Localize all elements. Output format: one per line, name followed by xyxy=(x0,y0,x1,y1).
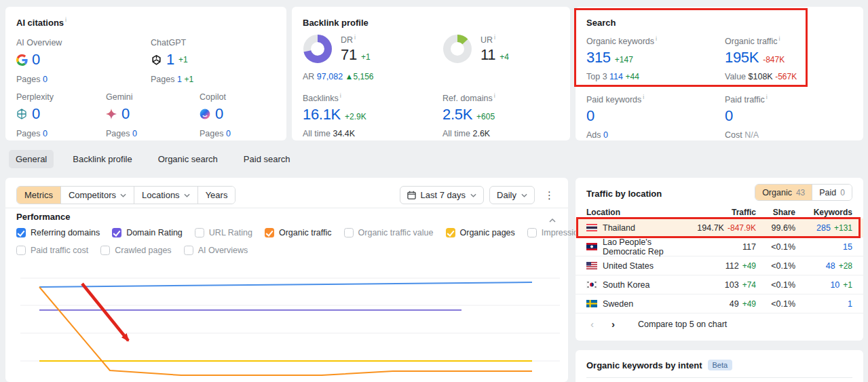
ref-domains-stat: Ref. domainsi 2.5K +605 All time 2.6K xyxy=(442,92,495,138)
toggle-paid[interactable]: Paid0 xyxy=(812,185,852,200)
compare-top5-link[interactable]: Compare top 5 on chart xyxy=(638,320,727,329)
share-value: <0.1% xyxy=(771,242,795,252)
ai-overview-value[interactable]: 0 xyxy=(32,51,40,69)
granularity-button[interactable]: Daily xyxy=(489,186,535,204)
collapse-chevron-icon[interactable] xyxy=(549,213,556,225)
prev-page-button[interactable]: ‹ xyxy=(586,317,598,331)
checked-checkbox-icon[interactable] xyxy=(112,228,121,237)
share-value: <0.1% xyxy=(771,280,795,290)
pages-link[interactable]: 1 xyxy=(177,75,182,84)
ar-value[interactable]: 97,082 xyxy=(317,72,343,81)
copilot-value[interactable]: 0 xyxy=(215,105,223,123)
location-row-united-states[interactable]: United States112+49<0.1%48+28 xyxy=(575,256,863,275)
dr-text: DRi 71 +1 xyxy=(341,34,371,64)
kebab-menu-icon[interactable]: ⋮ xyxy=(540,187,559,203)
checkbox-url-rating[interactable]: URL Rating xyxy=(195,228,252,237)
perplexity-value[interactable]: 0 xyxy=(32,105,40,123)
checkbox-organic-traffic[interactable]: Organic traffic xyxy=(265,228,332,237)
share-value: <0.1% xyxy=(771,299,795,309)
ref-domains-value[interactable]: 2.5K xyxy=(442,106,472,123)
paid-keywords-value[interactable]: 0 xyxy=(586,107,595,124)
checkbox-crawled-pages[interactable]: Crawled pages xyxy=(100,246,171,255)
ai-citations-card: AI citationsi AI Overview 0 Pages 0 Chat… xyxy=(5,7,286,140)
location-name: Sweden xyxy=(603,299,633,309)
ai-citations-title: AI citationsi xyxy=(16,16,67,28)
toggle-organic[interactable]: Organic43 xyxy=(755,185,812,200)
unchecked-checkbox-icon[interactable] xyxy=(344,228,354,237)
top3-link[interactable]: 114 xyxy=(609,72,623,81)
traffic-delta: +49 xyxy=(742,299,756,309)
intent-title: Organic keywords by intent xyxy=(586,360,702,370)
copilot-icon xyxy=(200,109,211,120)
search-card: Search Organic keywordsi 315 +147 Top 3 … xyxy=(575,7,863,140)
traffic-delta: -847.9K xyxy=(728,223,756,233)
unchecked-checkbox-icon[interactable] xyxy=(184,246,193,255)
keywords-link[interactable]: 48 xyxy=(826,261,835,271)
pages-link[interactable]: 0 xyxy=(43,75,48,84)
checked-checkbox-icon[interactable] xyxy=(265,228,274,237)
ads-link[interactable]: 0 xyxy=(603,130,608,140)
unchecked-checkbox-icon[interactable] xyxy=(527,228,537,237)
years-filter-button[interactable]: Years xyxy=(197,187,235,204)
filter-segmented-control: Metrics Competitors Locations Years xyxy=(16,186,235,204)
share-value: <0.1% xyxy=(771,261,795,271)
location-row-thailand[interactable]: Thailand194.7K-847.9K99.6%285+131 xyxy=(575,218,863,237)
date-range-button[interactable]: Last 7 days xyxy=(400,186,485,204)
next-page-button[interactable]: › xyxy=(607,317,619,331)
pages-link[interactable]: 0 xyxy=(132,129,137,138)
competitors-filter-button[interactable]: Competitors xyxy=(60,187,134,204)
gemini-value[interactable]: 0 xyxy=(121,105,130,123)
gemini-stat: Gemini 0 Pages 0 xyxy=(106,92,187,138)
checkbox-paid-traffic-cost[interactable]: Paid traffic cost xyxy=(16,246,88,255)
paid-traffic-stat: Paid traffici 0 Cost N/A xyxy=(725,94,768,140)
flag-icon-la xyxy=(586,243,597,250)
unchecked-checkbox-icon[interactable] xyxy=(16,246,26,255)
organic-paid-toggle: Organic43Paid0 xyxy=(755,184,852,201)
copilot-stat: Copilot 0 Pages 0 xyxy=(200,92,281,138)
perplexity-icon xyxy=(16,109,28,120)
checkbox-domain-rating[interactable]: Domain Rating xyxy=(112,228,183,237)
checkbox-organic-pages[interactable]: Organic pages xyxy=(446,228,515,237)
checked-checkbox-icon[interactable] xyxy=(446,228,455,237)
dr-donut-chart xyxy=(303,34,333,64)
info-icon: i xyxy=(65,16,67,23)
checkbox-referring-domains[interactable]: Referring domains xyxy=(16,228,100,237)
location-row-south-korea[interactable]: South Korea103+74<0.1%10+1 xyxy=(575,275,863,294)
tab-paid-search[interactable]: Paid search xyxy=(237,150,297,168)
locations-filter-button[interactable]: Locations xyxy=(134,187,197,204)
metrics-filter-button[interactable]: Metrics xyxy=(17,187,60,204)
info-icon: i xyxy=(766,94,768,100)
chevron-down-icon xyxy=(470,193,476,197)
organic-traffic-value[interactable]: 195K xyxy=(725,49,759,66)
keywords-delta: +28 xyxy=(839,261,852,271)
location-row-lao-people-s-democratic-rep[interactable]: Lao People's Democratic Rep117<0.1%15 xyxy=(575,237,863,256)
unchecked-checkbox-icon[interactable] xyxy=(100,246,110,255)
keywords-link[interactable]: 285 xyxy=(816,223,831,233)
chatgpt-value[interactable]: 1 xyxy=(166,51,174,69)
unchecked-checkbox-icon[interactable] xyxy=(195,228,204,237)
backlinks-value[interactable]: 16.1K xyxy=(303,106,341,123)
tab-backlink-profile[interactable]: Backlink profile xyxy=(66,150,138,168)
traffic-value: 49 xyxy=(730,299,739,309)
ur-text: URi 11 +4 xyxy=(480,34,509,64)
pages-link[interactable]: 0 xyxy=(226,129,231,138)
share-value: 99.6% xyxy=(772,223,795,233)
organic-keywords-value[interactable]: 315 xyxy=(586,49,611,66)
performance-panel: Metrics Competitors Locations Years Last… xyxy=(5,178,568,382)
tab-general[interactable]: General xyxy=(9,150,54,168)
annotation-arrow xyxy=(82,284,128,341)
organic-traffic-stat: Organic traffici 195K -847K Value $108K … xyxy=(725,35,797,81)
calendar-icon xyxy=(407,191,416,199)
keywords-link[interactable]: 10 xyxy=(830,280,839,290)
checkbox-ai-overviews[interactable]: AI Overviews xyxy=(184,246,248,255)
keywords-link[interactable]: 1 xyxy=(848,299,852,309)
checkbox-organic-traffic-value[interactable]: Organic traffic value xyxy=(344,228,434,237)
location-row-sweden[interactable]: Sweden49+49<0.1%1 xyxy=(575,294,863,313)
paid-traffic-value[interactable]: 0 xyxy=(725,107,733,124)
pages-link[interactable]: 0 xyxy=(43,129,48,138)
flag-icon-th xyxy=(586,224,597,231)
tab-organic-search[interactable]: Organic search xyxy=(151,150,225,168)
backlinks-stat: Backlinksi 16.1K +2.9K All time 34.4K xyxy=(303,92,366,138)
checked-checkbox-icon[interactable] xyxy=(16,228,26,237)
keywords-link[interactable]: 15 xyxy=(843,242,852,252)
